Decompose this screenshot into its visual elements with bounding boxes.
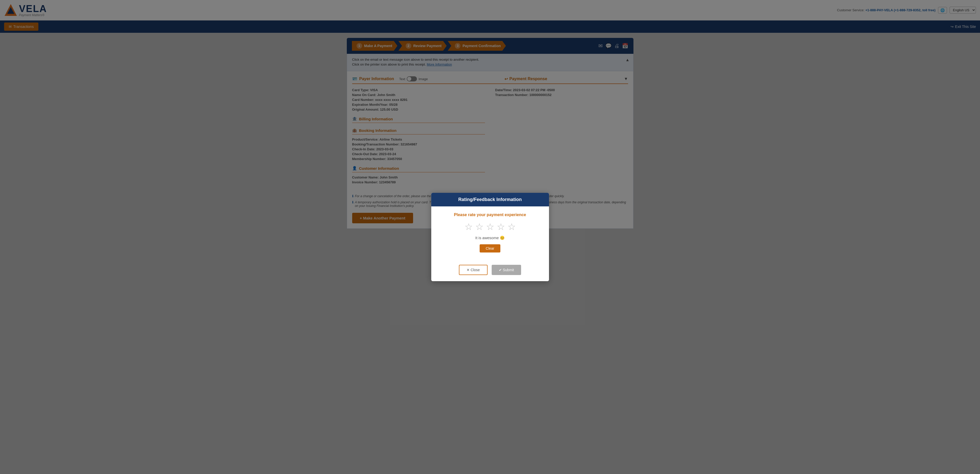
star-4[interactable]: ☆ xyxy=(497,222,505,231)
modal-title: Rating/Feedback Information xyxy=(458,197,522,202)
star-5[interactable]: ☆ xyxy=(508,222,516,231)
star-rating: ☆ ☆ ☆ ☆ ☆ xyxy=(439,222,541,231)
modal-overlay: Rating/Feedback Information Please rate … xyxy=(0,0,980,234)
modal-prompt: Please rate your payment experience xyxy=(439,212,541,217)
modal-body: Please rate your payment experience ☆ ☆ … xyxy=(431,206,549,234)
star-2[interactable]: ☆ xyxy=(475,222,484,231)
star-3[interactable]: ☆ xyxy=(486,222,494,231)
rating-modal: Rating/Feedback Information Please rate … xyxy=(431,193,549,234)
modal-header: Rating/Feedback Information xyxy=(431,193,549,206)
star-1[interactable]: ☆ xyxy=(465,222,473,231)
